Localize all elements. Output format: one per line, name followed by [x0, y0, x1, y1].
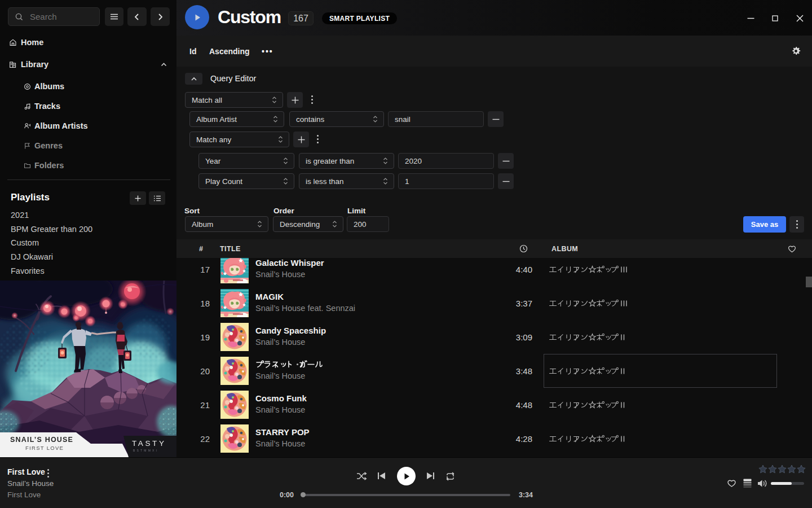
svg-text:SNAIL’S HOUSE: SNAIL’S HOUSE [10, 436, 73, 444]
svg-text:BSTMMXI: BSTMMXI [133, 449, 158, 452]
svg-text:TASTY: TASTY [132, 439, 166, 448]
svg-text:FIRST LOVE: FIRST LOVE [25, 445, 64, 451]
